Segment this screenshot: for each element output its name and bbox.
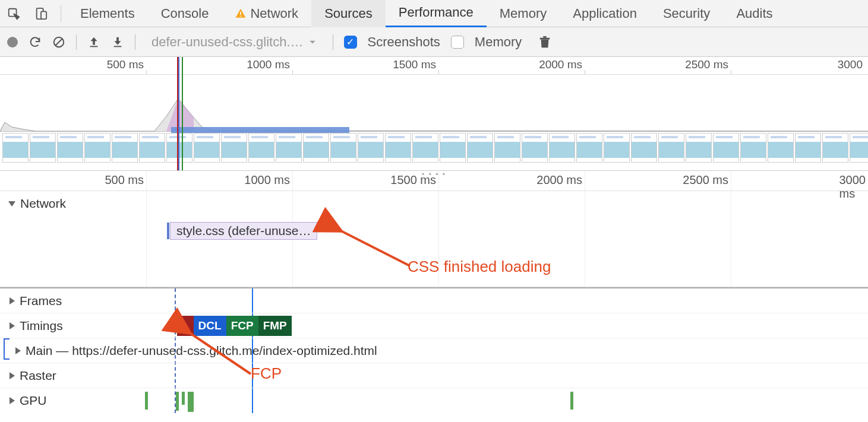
tab-network[interactable]: Network: [222, 0, 311, 27]
chevron-right-icon: [10, 322, 15, 329]
frames-label: Frames: [20, 294, 62, 308]
main-row[interactable]: Main — https://defer-unused-css.glitch.m…: [0, 338, 868, 363]
resize-handle[interactable]: • • • •: [422, 170, 446, 179]
tick: 2000 ms: [536, 173, 585, 187]
network-label: Network: [20, 196, 66, 211]
tab-performance[interactable]: Performance: [386, 0, 487, 27]
performance-toolbar: defer-unused-css.glitch.… ✓ Screenshots …: [0, 27, 868, 57]
recording-dropdown[interactable]: defer-unused-css.glitch.…: [146, 33, 322, 52]
clear-icon[interactable]: [52, 36, 65, 49]
tab-elements[interactable]: Elements: [67, 0, 148, 27]
chevron-down-icon: [8, 201, 15, 207]
tab-application[interactable]: Application: [560, 0, 650, 27]
badge-dcl[interactable]: DCL: [194, 316, 226, 336]
overview-tick: 2500 ms: [685, 58, 731, 71]
inspect-icon[interactable]: [0, 0, 27, 27]
network-track[interactable]: style.css (defer-unuse…: [0, 216, 868, 287]
reload-icon[interactable]: [29, 36, 42, 49]
tab-audits[interactable]: Audits: [723, 0, 785, 27]
download-icon[interactable]: [111, 36, 124, 49]
chevron-down-icon: [308, 38, 317, 46]
divider: [135, 34, 135, 50]
badge-fcp[interactable]: FCP: [226, 316, 258, 336]
chevron-right-icon: [10, 372, 15, 379]
screenshots-strip: [0, 132, 868, 165]
tab-console[interactable]: Console: [148, 0, 222, 27]
marker-line: [182, 57, 183, 170]
details-pane: 500 ms 1000 ms 1500 ms 2000 ms 2500 ms 3…: [0, 171, 868, 288]
badge-fmp[interactable]: FMP: [258, 316, 292, 336]
record-button[interactable]: [7, 37, 18, 47]
overview-tick: 3000: [838, 58, 865, 71]
tick: 1000 ms: [244, 173, 292, 187]
main-marker: [4, 338, 10, 360]
svg-rect-4: [241, 15, 242, 17]
device-toggle-icon[interactable]: [27, 0, 55, 27]
tick: 500 ms: [105, 173, 146, 187]
chevron-right-icon: [15, 347, 21, 354]
screenshots-label: Screenshots: [368, 34, 440, 50]
overview-tick: 2000 ms: [539, 58, 585, 71]
svg-rect-9: [540, 37, 550, 39]
network-request-label: style.css (defer-unuse…: [176, 224, 311, 237]
upload-icon[interactable]: [87, 36, 100, 49]
badge-load[interactable]: L: [177, 316, 194, 336]
divider: [333, 34, 333, 50]
memory-label: Memory: [475, 34, 522, 50]
svg-line-6: [56, 39, 62, 45]
tab-memory[interactable]: Memory: [487, 0, 560, 27]
chevron-right-icon: [10, 297, 15, 304]
gpu-label: GPU: [20, 394, 47, 408]
overview-ruler: 500 ms 1000 ms 1500 ms 2000 ms 2500 ms 3…: [0, 57, 868, 75]
main-label: Main — https://defer-unused-css.glitch.m…: [26, 344, 377, 358]
timings-label: Timings: [20, 319, 63, 333]
svg-rect-10: [544, 36, 547, 37]
screenshots-checkbox[interactable]: ✓: [344, 36, 357, 49]
memory-checkbox[interactable]: [451, 36, 464, 49]
svg-rect-3: [241, 11, 242, 14]
chevron-right-icon: [10, 397, 15, 404]
warning-icon: [235, 8, 247, 20]
svg-rect-2: [41, 11, 46, 19]
timing-badges: L DCL FCP FMP: [177, 313, 292, 338]
frames-row[interactable]: Frames: [0, 288, 868, 313]
trash-icon[interactable]: [538, 34, 551, 50]
cpu-chart: [0, 75, 868, 132]
marker-line: [177, 57, 178, 170]
svg-rect-8: [114, 46, 122, 47]
divider: [76, 34, 77, 50]
divider: [61, 5, 61, 22]
overview-tick: 500 ms: [107, 58, 146, 71]
network-section-header[interactable]: Network: [0, 191, 868, 216]
tab-sources[interactable]: Sources: [311, 0, 386, 27]
raster-row[interactable]: Raster: [0, 363, 868, 388]
devtools-tabbar: Elements Console Network Sources Perform…: [0, 0, 868, 27]
timings-row[interactable]: Timings L DCL FCP FMP: [0, 313, 868, 338]
network-request-bar[interactable]: style.css (defer-unuse…: [170, 222, 317, 240]
marker-line: [178, 57, 179, 170]
overview-tick: 1500 ms: [393, 58, 438, 71]
tab-security[interactable]: Security: [650, 0, 723, 27]
overview-pane[interactable]: 500 ms 1000 ms 1500 ms 2000 ms 2500 ms 3…: [0, 57, 868, 171]
gpu-row[interactable]: GPU: [0, 388, 868, 413]
flamechart-pane: Frames Timings L DCL FCP FMP Main — http…: [0, 288, 868, 413]
overview-tick: 1000 ms: [247, 58, 292, 71]
svg-rect-7: [90, 46, 98, 47]
raster-label: Raster: [20, 369, 56, 383]
tick: 2500 ms: [683, 173, 731, 187]
